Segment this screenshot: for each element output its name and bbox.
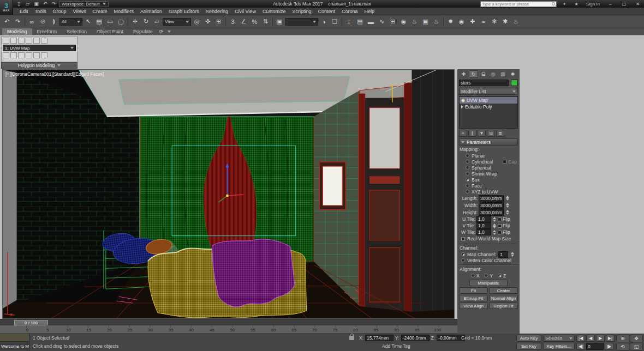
v-tile-field[interactable]: 1,0: [476, 222, 491, 229]
lock-selection-icon[interactable]: [349, 336, 354, 340]
favorites-icon[interactable]: ★: [572, 1, 581, 7]
sign-in-button[interactable]: Sign In: [584, 1, 602, 7]
menu-help[interactable]: Help: [361, 8, 378, 15]
render-setup-icon[interactable]: ♨: [409, 16, 420, 27]
maximize-button[interactable]: ▢: [619, 1, 629, 7]
keyboard-override-icon[interactable]: ⊞: [213, 16, 224, 27]
time-slider-track[interactable]: 0 / 100: [0, 319, 457, 325]
spinner-icon[interactable]: [505, 202, 510, 208]
rendered-frame-icon[interactable]: ▣: [420, 16, 431, 27]
orbit-icon[interactable]: ⟲: [616, 343, 629, 350]
center-button[interactable]: Center: [489, 287, 518, 294]
menu-scripting[interactable]: Scripting: [289, 8, 314, 15]
go-to-end-button[interactable]: ▶|: [606, 335, 615, 342]
preview-subdiv-icon[interactable]: [3, 38, 9, 44]
mirror-icon[interactable]: ◑: [319, 16, 329, 27]
minimize-button[interactable]: –: [605, 1, 616, 7]
utilities-tab-icon[interactable]: ✱: [508, 70, 517, 78]
region-fit-button[interactable]: Region Fit: [489, 302, 518, 309]
parameters-rollout-header[interactable]: Parameters: [459, 138, 518, 146]
ignore-backfacing-icon[interactable]: [41, 52, 47, 58]
door[interactable]: [359, 83, 412, 313]
menu-tools[interactable]: Tools: [32, 8, 50, 15]
mapping-option-xyz-to-uvw[interactable]: XYZ to UVW: [459, 189, 518, 195]
vertex-color-radio[interactable]: Vertex Color Channel: [459, 257, 518, 263]
make-unique-icon[interactable]: ▼: [478, 130, 486, 137]
new-file-icon[interactable]: ▯: [15, 1, 22, 7]
application-menu-button[interactable]: 3 MAX: [0, 0, 13, 15]
w-flip-checkbox[interactable]: [498, 231, 502, 234]
previous-key-button[interactable]: ◀|: [576, 343, 585, 350]
menu-modifiers[interactable]: Modifiers: [110, 8, 137, 15]
render-production-icon[interactable]: ♨: [431, 16, 442, 27]
coord-system-dropdown[interactable]: View: [163, 18, 191, 26]
mapping-option-box[interactable]: Box: [459, 177, 518, 183]
search-input[interactable]: [482, 2, 551, 7]
map-channel-field[interactable]: 1: [498, 251, 508, 258]
fit-button[interactable]: Fit: [459, 287, 488, 294]
stack-item-uvw-map[interactable]: UVW Map: [460, 97, 517, 104]
selection-filter-dropdown[interactable]: All: [59, 18, 82, 26]
search-icon[interactable]: [552, 2, 555, 5]
select-object-icon[interactable]: ↖: [83, 16, 93, 27]
polygon-modeling-footer[interactable]: Polygon Modeling: [1, 62, 77, 69]
maxscript-listener-line[interactable]: Welcome to M: [0, 342, 29, 350]
real-world-map-size-checkbox[interactable]: Real-World Map Size: [459, 235, 518, 242]
hierarchy-tab-icon[interactable]: ⊟: [479, 70, 488, 78]
workspace-dropdown[interactable]: Workspace: Default: [59, 1, 109, 7]
select-scale-icon[interactable]: ▱: [152, 16, 162, 27]
material-editor-icon[interactable]: ◉: [398, 16, 409, 27]
u-flip-checkbox[interactable]: [498, 217, 502, 221]
undo-icon[interactable]: ↶: [41, 1, 49, 7]
play-button[interactable]: ▶: [596, 335, 605, 342]
chevron-down-icon[interactable]: [165, 28, 173, 35]
modifier-enabled-icon[interactable]: [461, 99, 465, 102]
key-mode-dropdown[interactable]: Selected: [543, 335, 575, 342]
menu-create[interactable]: Create: [89, 8, 110, 15]
save-icon[interactable]: ▣: [33, 1, 40, 7]
object-name-field[interactable]: sters: [459, 80, 509, 86]
remove-modifier-icon[interactable]: ⊟: [487, 130, 495, 137]
configure-sets-icon[interactable]: ≣: [496, 130, 504, 137]
pin-stack-icon[interactable]: ⌖: [459, 130, 467, 137]
ribbon-tab-modeling[interactable]: Modeling: [2, 28, 32, 35]
named-set-dropdown[interactable]: [285, 18, 318, 26]
spinner-icon[interactable]: [492, 223, 497, 229]
map-channel-radio[interactable]: Map Channel: 1: [459, 251, 518, 257]
show-end-result-icon[interactable]: ∥: [468, 130, 476, 137]
length-field[interactable]: 3000,0mm: [479, 195, 504, 202]
timeline-ruler[interactable]: 0 5 10 15 20 25 30 35 40 45 50 55 60 65 …: [0, 325, 457, 334]
select-manipulate-icon[interactable]: ✜: [202, 16, 213, 27]
viewport-label[interactable]: [+][CoronaCamera001][Standard][Edged Fac…: [5, 71, 104, 77]
ribbon-tab-object-paint[interactable]: Object Paint: [92, 28, 128, 35]
modify-tab-icon[interactable]: ↻: [469, 70, 478, 78]
polygon-mode-icon[interactable]: [33, 38, 40, 44]
pan-icon[interactable]: ✥: [630, 335, 643, 342]
current-frame-field[interactable]: 0: [586, 343, 604, 350]
collapse-stack-icon[interactable]: [18, 52, 25, 58]
set-key-button[interactable]: Set Key: [516, 343, 541, 350]
show-end-result-icon[interactable]: [10, 52, 17, 58]
unlink-icon[interactable]: ⊘: [38, 16, 48, 27]
align-z-radio[interactable]: Z: [498, 273, 506, 279]
ribbon-config-icon[interactable]: ⟳: [158, 28, 165, 35]
light-icon[interactable]: ✹: [445, 16, 456, 27]
edge-mode-icon[interactable]: [18, 38, 25, 44]
menu-corona[interactable]: Corona: [338, 8, 361, 15]
ribbon-toggle-icon[interactable]: ▬: [366, 16, 376, 27]
expand-icon[interactable]: [461, 105, 463, 108]
width-field[interactable]: 3000,0mm: [479, 202, 504, 209]
menu-customize[interactable]: Customize: [259, 8, 289, 15]
redo-icon[interactable]: ↷: [13, 16, 23, 27]
view-align-button[interactable]: View Align: [459, 302, 488, 309]
menu-group[interactable]: Group: [50, 8, 70, 15]
maximize-viewport-icon[interactable]: ◱: [630, 343, 643, 350]
menu-content[interactable]: Content: [314, 8, 338, 15]
select-move-icon[interactable]: ✛: [130, 16, 140, 27]
use-soft-selection-icon[interactable]: [26, 52, 32, 58]
maxscript-mini-listener[interactable]: Welcome to M: [0, 334, 29, 351]
scene-explorer-icon[interactable]: ≡: [344, 16, 354, 27]
viewport-canvas[interactable]: x: [3, 70, 454, 318]
close-button[interactable]: ✕: [633, 1, 643, 7]
percent-snap-icon[interactable]: %: [249, 16, 260, 27]
